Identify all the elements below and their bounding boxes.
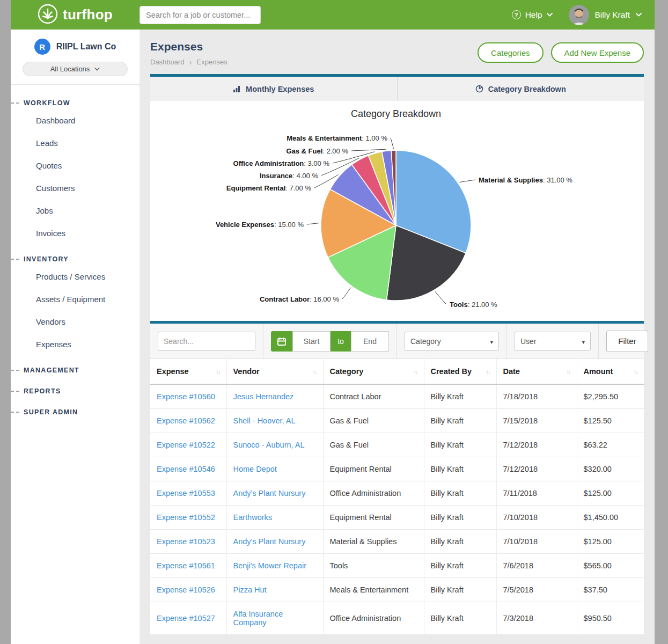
vendor-link[interactable]: Shell - Hoover, AL [233,416,296,425]
table-row: Expense #10560Jesus HernandezContract La… [150,384,644,409]
sidebar-section-inventory[interactable]: INVENTORY [11,253,140,266]
sort-arrows-icon[interactable] [567,367,570,376]
category-cell: Equipment Rental [323,457,424,481]
sidebar-item-dashboard[interactable]: Dashboard [11,109,140,132]
user-menu[interactable]: Billy Kraft [569,5,642,25]
location-selector[interactable]: All Locations [23,62,128,76]
table-row: Expense #10523Andy's Plant NursuryMateri… [150,530,644,554]
date-cell: 7/5/2018 [496,578,577,602]
tab-monthly-expenses[interactable]: Monthly Expenses [150,77,397,101]
vendor-link[interactable]: Jesus Hernandez [233,392,294,401]
breadcrumb-dashboard[interactable]: Dashboard [150,58,185,66]
sort-arrows-icon[interactable] [634,367,637,376]
sidebar-section-management[interactable]: MANAGEMENT [11,364,140,377]
sidebar-item-jobs[interactable]: Jobs [11,200,140,222]
expense-link[interactable]: Expense #10546 [157,465,215,473]
select-arrow-icon [490,337,493,346]
sort-arrows-icon[interactable] [216,367,220,376]
table-search-input[interactable] [158,332,255,351]
sidebar-section-label: INVENTORY [24,255,69,263]
brand-logo[interactable]: turfhop [11,4,140,26]
select-arrow-icon [582,337,585,346]
sort-arrows-icon[interactable] [414,367,417,376]
vendor-link[interactable]: Pizza Hut [233,586,267,594]
sidebar-item-leads[interactable]: Leads [11,132,140,155]
expense-link[interactable]: Expense #10522 [157,441,215,449]
sidebar-item-customers[interactable]: Customers [11,177,140,200]
table-row: Expense #10546Home DepotEquipment Rental… [150,457,644,481]
sidebar-item-expenses[interactable]: Expenses [11,333,140,356]
company-block: R RIIPL Lawn Co All Locations [11,30,140,85]
sort-arrows-icon[interactable] [313,367,317,376]
help-icon [512,10,521,19]
amount-cell: $1,450.00 [577,506,644,530]
sidebar-item-invoices[interactable]: Invoices [11,222,140,245]
calendar-icon[interactable] [271,331,292,352]
table-row: Expense #10526Pizza HutMeals & Entertain… [150,578,644,602]
created-by-cell: Billy Kraft [424,409,496,433]
column-label: Expense [157,367,189,376]
filter-button[interactable]: Filter [606,331,648,352]
column-header-amount[interactable]: Amount [577,359,644,384]
column-header-date[interactable]: Date [496,359,577,384]
column-header-created-by[interactable]: Created By [424,359,496,384]
created-by-cell: Billy Kraft [424,554,496,578]
date-range-group: to [263,324,397,359]
category-select[interactable]: Category [405,332,499,351]
expense-link[interactable]: Expense #10560 [157,392,215,401]
user-select[interactable]: User [515,332,591,351]
user-name: Billy Kraft [595,10,630,20]
slice-label-equipment-rental: Equipment Rental: 7.00 % [226,184,312,192]
sidebar: R RIIPL Lawn Co All Locations WORKFLOWDa… [11,30,140,644]
slice-label-insurance: Insurance: 4.00 % [260,172,319,180]
expense-link[interactable]: Expense #10552 [157,513,215,522]
date-end-input[interactable] [351,331,389,352]
sidebar-section-super-admin[interactable]: SUPER ADMIN [11,406,140,419]
sidebar-item-vendors[interactable]: Vendors [11,311,140,333]
vendor-link[interactable]: Home Depot [233,465,277,473]
table-row: Expense #10562Shell - Hoover, ALGas & Fu… [150,409,644,433]
sidebar-item-assets-equipment[interactable]: Assets / Equipment [11,288,140,311]
created-by-cell: Billy Kraft [424,506,496,530]
app-window: turfhop Help Billy [11,0,655,644]
vendor-link[interactable]: Benji's Mower Repair [233,561,307,570]
left-gutter [0,0,11,644]
column-label: Category [330,367,364,376]
categories-button[interactable]: Categories [478,42,544,63]
vendor-link[interactable]: Earthworks [233,513,273,522]
column-header-expense[interactable]: Expense [150,359,226,384]
vendor-link[interactable]: Andy's Plant Nursury [233,489,306,497]
expense-link[interactable]: Expense #10523 [157,537,215,546]
sort-arrows-icon[interactable] [486,367,490,376]
sidebar-section-reports[interactable]: REPORTS [11,385,140,398]
sidebar-item-quotes[interactable]: Quotes [11,155,140,177]
help-menu[interactable]: Help [512,10,553,20]
expense-link[interactable]: Expense #10526 [157,586,215,594]
vendor-link[interactable]: Sunoco - Auburn, AL [233,441,305,449]
amount-cell: $125.00 [577,481,644,506]
breadcrumb-separator-icon [189,57,192,67]
expense-link[interactable]: Expense #10561 [157,561,215,570]
date-start-input[interactable] [292,331,331,352]
category-cell: Gas & Fuel [323,433,424,457]
sidebar-section-workflow[interactable]: WORKFLOW [11,97,140,109]
avatar [569,5,589,25]
expense-link[interactable]: Expense #10527 [157,614,215,623]
vendor-link[interactable]: Alfa Insurance Company [233,610,317,627]
add-new-expense-button[interactable]: Add New Expense [551,42,644,63]
category-cell: Tools [323,554,424,578]
global-search-input[interactable] [140,6,261,24]
slice-label-contract-labor: Contract Labor: 16.00 % [260,295,340,303]
created-by-cell: Billy Kraft [424,481,496,506]
date-to-label: to [331,331,351,352]
column-header-vendor[interactable]: Vendor [226,359,323,384]
tab-category-breakdown[interactable]: Category Breakdown [397,77,644,101]
column-header-category[interactable]: Category [323,359,424,384]
vendor-link[interactable]: Andy's Plant Nursury [233,537,306,546]
expense-link[interactable]: Expense #10553 [157,489,215,497]
sidebar-item-products-services[interactable]: Products / Services [11,266,140,288]
table-row: Expense #10522Sunoco - Auburn, ALGas & F… [150,433,644,457]
amount-cell: $125.00 [577,530,644,554]
grass-logo-icon [38,4,58,26]
expense-link[interactable]: Expense #10562 [157,416,215,425]
